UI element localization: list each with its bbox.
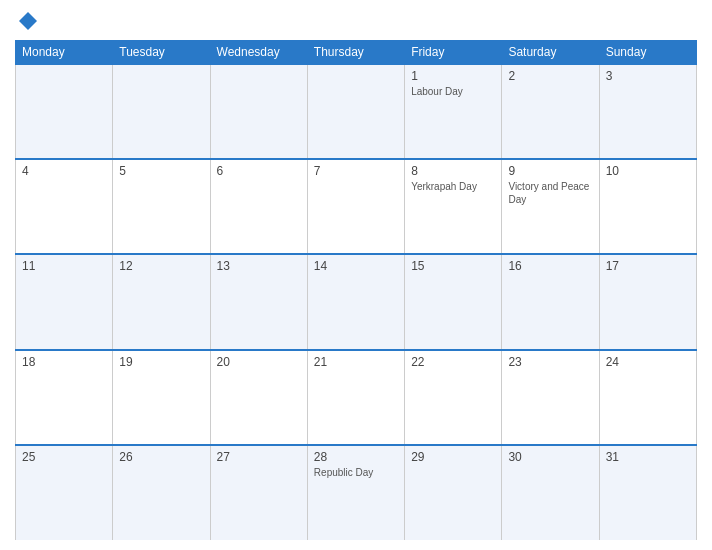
weekday-header-sunday: Sunday [599, 41, 696, 65]
day-number: 12 [119, 259, 203, 273]
day-number: 23 [508, 355, 592, 369]
calendar-cell: 31 [599, 445, 696, 540]
week-row-1: 1Labour Day23 [16, 64, 697, 159]
day-number: 7 [314, 164, 398, 178]
calendar-table: MondayTuesdayWednesdayThursdayFridaySatu… [15, 40, 697, 540]
day-number: 26 [119, 450, 203, 464]
calendar-cell: 22 [405, 350, 502, 445]
calendar-cell: 12 [113, 254, 210, 349]
calendar-cell: 18 [16, 350, 113, 445]
day-number: 28 [314, 450, 398, 464]
calendar-cell: 24 [599, 350, 696, 445]
day-number: 11 [22, 259, 106, 273]
calendar-cell [210, 64, 307, 159]
weekday-header-tuesday: Tuesday [113, 41, 210, 65]
calendar-cell [113, 64, 210, 159]
calendar-cell: 20 [210, 350, 307, 445]
day-number: 4 [22, 164, 106, 178]
day-number: 5 [119, 164, 203, 178]
day-number: 29 [411, 450, 495, 464]
day-number: 30 [508, 450, 592, 464]
day-number: 14 [314, 259, 398, 273]
holiday-name: Yerkrapah Day [411, 180, 495, 193]
day-number: 9 [508, 164, 592, 178]
week-row-3: 11121314151617 [16, 254, 697, 349]
day-number: 8 [411, 164, 495, 178]
weekday-header-saturday: Saturday [502, 41, 599, 65]
day-number: 21 [314, 355, 398, 369]
calendar-cell [307, 64, 404, 159]
day-number: 15 [411, 259, 495, 273]
day-number: 16 [508, 259, 592, 273]
calendar-cell [16, 64, 113, 159]
day-number: 2 [508, 69, 592, 83]
day-number: 25 [22, 450, 106, 464]
calendar-page: MondayTuesdayWednesdayThursdayFridaySatu… [0, 0, 712, 550]
day-number: 1 [411, 69, 495, 83]
calendar-cell: 27 [210, 445, 307, 540]
calendar-cell: 3 [599, 64, 696, 159]
day-number: 17 [606, 259, 690, 273]
calendar-cell: 4 [16, 159, 113, 254]
calendar-cell: 8Yerkrapah Day [405, 159, 502, 254]
calendar-cell: 5 [113, 159, 210, 254]
day-number: 19 [119, 355, 203, 369]
holiday-name: Victory and Peace Day [508, 180, 592, 206]
week-row-4: 18192021222324 [16, 350, 697, 445]
calendar-cell: 28Republic Day [307, 445, 404, 540]
calendar-cell: 26 [113, 445, 210, 540]
calendar-cell: 23 [502, 350, 599, 445]
calendar-cell: 10 [599, 159, 696, 254]
day-number: 18 [22, 355, 106, 369]
calendar-cell: 6 [210, 159, 307, 254]
calendar-cell: 29 [405, 445, 502, 540]
calendar-cell: 7 [307, 159, 404, 254]
day-number: 20 [217, 355, 301, 369]
day-number: 22 [411, 355, 495, 369]
calendar-cell: 21 [307, 350, 404, 445]
calendar-cell: 15 [405, 254, 502, 349]
weekday-header-thursday: Thursday [307, 41, 404, 65]
calendar-cell: 13 [210, 254, 307, 349]
weekday-header-monday: Monday [16, 41, 113, 65]
day-number: 3 [606, 69, 690, 83]
calendar-cell: 30 [502, 445, 599, 540]
week-row-5: 25262728Republic Day293031 [16, 445, 697, 540]
weekday-header-friday: Friday [405, 41, 502, 65]
day-number: 13 [217, 259, 301, 273]
calendar-cell: 19 [113, 350, 210, 445]
weekday-header-wednesday: Wednesday [210, 41, 307, 65]
week-row-2: 45678Yerkrapah Day9Victory and Peace Day… [16, 159, 697, 254]
day-number: 27 [217, 450, 301, 464]
day-number: 24 [606, 355, 690, 369]
holiday-name: Labour Day [411, 85, 495, 98]
logo-flag-icon [17, 10, 39, 32]
calendar-cell: 14 [307, 254, 404, 349]
svg-marker-0 [19, 12, 37, 30]
day-number: 31 [606, 450, 690, 464]
weekday-header-row: MondayTuesdayWednesdayThursdayFridaySatu… [16, 41, 697, 65]
calendar-cell: 2 [502, 64, 599, 159]
calendar-cell: 25 [16, 445, 113, 540]
calendar-cell: 1Labour Day [405, 64, 502, 159]
calendar-cell: 11 [16, 254, 113, 349]
calendar-cell: 17 [599, 254, 696, 349]
day-number: 10 [606, 164, 690, 178]
holiday-name: Republic Day [314, 466, 398, 479]
calendar-cell: 16 [502, 254, 599, 349]
logo [15, 10, 39, 32]
day-number: 6 [217, 164, 301, 178]
calendar-cell: 9Victory and Peace Day [502, 159, 599, 254]
calendar-header [15, 10, 697, 32]
